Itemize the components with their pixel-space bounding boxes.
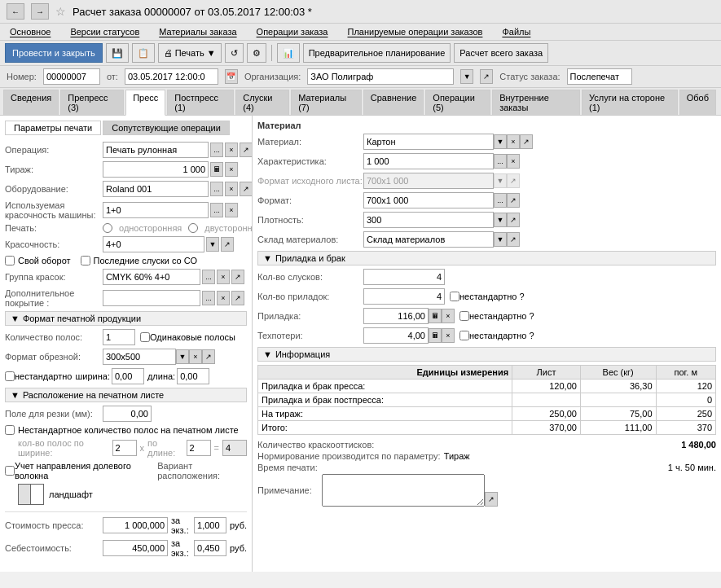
format-dots-button[interactable]: ...	[494, 193, 507, 208]
org-dropdown-icon[interactable]: ▼	[460, 69, 473, 84]
refresh-button[interactable]: ↺	[225, 43, 244, 63]
provesti-zakryt-button[interactable]: Провести и закрыть	[5, 43, 103, 63]
dlina-input[interactable]	[177, 368, 209, 384]
format-open-button[interactable]: ↗	[202, 349, 215, 364]
kol-result-input[interactable]	[222, 440, 247, 456]
oborudovanie-input[interactable]	[103, 181, 209, 197]
khar-clear-button[interactable]: ×	[507, 154, 520, 169]
menu-operatsii[interactable]: Операции заказа	[253, 25, 332, 38]
uchet-volokna-checkbox[interactable]	[5, 466, 15, 476]
nav-back-button[interactable]: ←	[7, 3, 24, 20]
menu-plan-operatsii[interactable]: Планируемые операции заказов	[344, 25, 486, 38]
tab-obob[interactable]: Обоб	[679, 90, 716, 115]
sebest-input[interactable]	[103, 540, 168, 556]
pechat-radio-odnost[interactable]	[103, 223, 112, 233]
copy-button[interactable]: 📋	[132, 43, 155, 63]
pole-rezki-input[interactable]	[103, 406, 152, 422]
kol-polos-input[interactable]	[103, 329, 135, 345]
oborudovanie-open-button[interactable]: ↗	[240, 182, 253, 196]
print-button[interactable]: 🖨 Печать ▼	[158, 43, 222, 63]
tab-materialy[interactable]: Материалы (7)	[291, 90, 362, 115]
poslednie-checkbox[interactable]	[81, 256, 90, 265]
kolvo-val1-input[interactable]	[112, 440, 137, 456]
gruppa-dots-button[interactable]: ...	[202, 270, 215, 284]
gruppa-open-button[interactable]: ↗	[231, 270, 244, 284]
pechat-radio-dvust[interactable]	[188, 223, 198, 233]
sub-tab-params[interactable]: Параметры печати	[5, 121, 101, 135]
plotnost-dropdown-icon[interactable]: ▼	[494, 213, 507, 227]
za-ekz-val2-input[interactable]	[194, 540, 226, 556]
material-open-icon[interactable]: ↗	[520, 134, 533, 149]
operatsiya-open-button[interactable]: ↗	[240, 143, 253, 157]
tab-vnutr-zakazy[interactable]: Внутренние заказы	[492, 90, 580, 115]
info-section-header[interactable]: ▼ Информация	[257, 347, 716, 362]
dop-pokrytie-input[interactable]	[103, 290, 200, 306]
khar-input[interactable]	[363, 153, 494, 169]
favorite-icon[interactable]: ☆	[55, 5, 66, 18]
menu-materialy[interactable]: Материалы заказа	[156, 25, 240, 38]
priladka-calc-icon[interactable]: 🖩	[429, 309, 442, 323]
settings-button[interactable]: ⚙	[247, 43, 266, 63]
material-clear-icon[interactable]: ×	[507, 134, 520, 149]
sub-tab-soput[interactable]: Сопутствующие операции	[103, 121, 230, 135]
kolvo-val2-input[interactable]	[187, 440, 211, 456]
krasochnost-dots-button[interactable]: ...	[210, 203, 223, 217]
priladka-input[interactable]	[363, 308, 429, 324]
nestanPril-checkbox[interactable]	[459, 311, 469, 321]
tab-spuski[interactable]: Слуски (4)	[235, 90, 289, 115]
format-dropdown-icon[interactable]: ▼	[176, 349, 189, 364]
sklad-dropdown-icon[interactable]: ▼	[494, 232, 507, 247]
date-input[interactable]	[125, 68, 218, 85]
material-dropdown-icon[interactable]: ▼	[494, 134, 507, 149]
tab-sravnenie[interactable]: Сравнение	[363, 90, 424, 115]
tab-press[interactable]: Пресс	[125, 90, 165, 116]
nestanfmt-checkbox[interactable]	[5, 371, 15, 381]
oborudovanie-dots-button[interactable]: ...	[210, 182, 223, 196]
plotnost-open-icon[interactable]: ↗	[507, 213, 520, 227]
gruppa-clear-button[interactable]: ×	[217, 270, 230, 284]
format-input[interactable]	[363, 192, 494, 208]
gruppa-krasok-input[interactable]	[103, 269, 200, 285]
sklad-open-icon[interactable]: ↗	[507, 232, 520, 247]
sklad-input[interactable]	[363, 231, 494, 248]
krasochnost-open-icon[interactable]: ↗	[221, 237, 234, 252]
nomer-input[interactable]	[43, 68, 100, 85]
tab-postpress[interactable]: Постпресс (1)	[167, 90, 234, 115]
tirazh-input[interactable]	[103, 161, 209, 178]
menu-faily[interactable]: Файлы	[499, 25, 534, 38]
shirina-input[interactable]	[112, 368, 144, 384]
operatsiya-dots-button[interactable]: ...	[210, 143, 223, 157]
material-input[interactable]	[363, 134, 494, 150]
nestanKolPril-checkbox[interactable]	[450, 292, 459, 301]
krasochnost-clear-button[interactable]: ×	[225, 203, 238, 217]
operatsiya-input[interactable]	[103, 142, 209, 158]
za-ekz-val-input[interactable]	[194, 517, 226, 533]
tirazh-calc-button[interactable]: 🖩	[210, 162, 223, 177]
priladka-clear-icon[interactable]: ×	[442, 309, 455, 323]
tab-svedeniya[interactable]: Сведения	[3, 90, 59, 115]
format-obreznoy-input[interactable]	[103, 349, 176, 365]
tab-prepresss[interactable]: Препресс (3)	[60, 90, 124, 115]
krasochnost-input[interactable]	[103, 202, 209, 218]
primechanie-open-button[interactable]: ↗	[485, 492, 498, 507]
format-clear-button[interactable]: ×	[189, 349, 202, 364]
calendar-icon[interactable]: 📅	[225, 69, 238, 84]
org-open-icon[interactable]: ↗	[480, 69, 493, 84]
kol-pril-input[interactable]	[363, 288, 445, 305]
operatsiya-clear-button[interactable]: ×	[225, 143, 238, 157]
tirazh-clear-button[interactable]: ×	[225, 162, 238, 177]
oborudovanie-clear-button[interactable]: ×	[225, 182, 238, 196]
tab-uslugi[interactable]: Услуги на стороне (1)	[582, 90, 678, 115]
odnak-checkbox[interactable]	[140, 332, 150, 342]
save-button[interactable]: 💾	[106, 43, 129, 63]
format-open2-button[interactable]: ↗	[507, 193, 520, 208]
primechanie-textarea[interactable]	[322, 474, 485, 507]
plan-button[interactable]: Предварительное планирование	[303, 43, 451, 63]
priladka-section-header[interactable]: ▼ Приладка и брак	[257, 251, 716, 265]
tekhpoteri-input[interactable]	[363, 327, 429, 344]
dop-open-button[interactable]: ↗	[231, 291, 244, 305]
menu-osnovnoe[interactable]: Основное	[7, 25, 54, 38]
kol-slusk-input[interactable]	[363, 269, 445, 285]
svoy-oborot-checkbox[interactable]	[5, 256, 15, 265]
krasochnost-dropdown-icon[interactable]: ▼	[206, 237, 219, 252]
